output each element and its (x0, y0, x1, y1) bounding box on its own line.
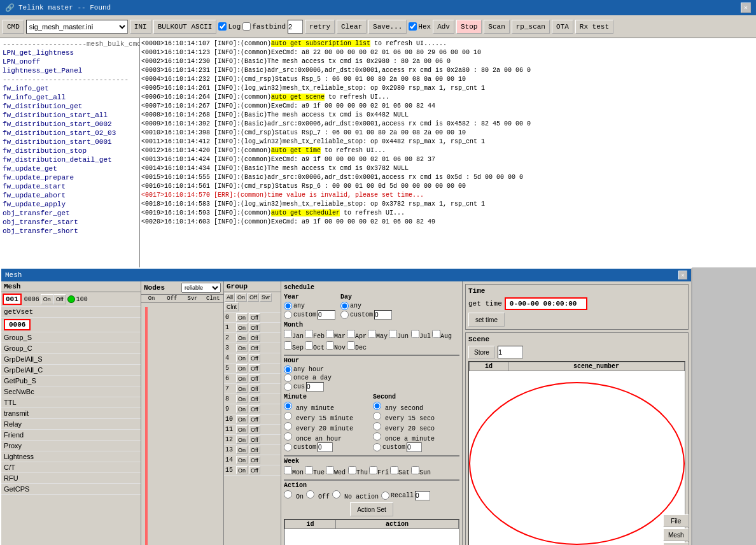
cmd-item-fw-prepare[interactable]: fw_update_prepare (1, 173, 138, 182)
prov-button[interactable]: prov (663, 542, 689, 545)
week-tue[interactable]: Tue (305, 466, 325, 476)
sec-custom-label[interactable]: custom (373, 442, 459, 452)
group-row-14-off[interactable]: Off (249, 456, 260, 464)
cmd-relay[interactable]: Relay (1, 419, 141, 430)
cmd-ct[interactable]: C/T (1, 462, 141, 473)
node-on-button[interactable]: On (41, 294, 53, 304)
group-row-12-off[interactable]: Off (249, 435, 260, 444)
scene-store-button[interactable]: Store (468, 346, 495, 358)
month-dec[interactable]: Dec (347, 341, 367, 351)
group-all-btn[interactable]: All (225, 293, 235, 302)
min-custom-label[interactable]: custom (284, 442, 370, 452)
cmd-proxy[interactable]: Proxy (1, 441, 141, 451)
month-jul[interactable]: Jul (411, 330, 431, 340)
cmd-item-fw-start[interactable]: fw_update_start (1, 182, 138, 191)
fastbind-checkbox-label[interactable]: fastbind (242, 22, 286, 31)
group-row-8-off[interactable]: Off (249, 395, 260, 403)
month-oct[interactable]: Oct (305, 341, 325, 351)
hour-once-radio[interactable] (284, 374, 292, 382)
cmd-friend[interactable]: Friend (1, 430, 141, 441)
week-mon[interactable]: Mon (284, 466, 304, 476)
ini-file-select[interactable]: sig_mesh_master.ini (26, 20, 128, 34)
group-off-btn[interactable]: Off (248, 293, 259, 302)
group-row-7-off[interactable]: Off (249, 385, 260, 393)
hour-cus-label[interactable]: cus (284, 382, 459, 392)
group-row-11-off[interactable]: Off (249, 425, 260, 434)
group-row-9-off[interactable]: Off (249, 405, 260, 413)
hour-once-label[interactable]: once a day (284, 374, 459, 382)
month-sep[interactable]: Sep (284, 341, 304, 351)
week-sat[interactable]: Sat (390, 466, 410, 476)
cmd-grpdelall-c[interactable]: GrpDelAll_C (1, 365, 141, 376)
sec-once-label[interactable]: once a minute (373, 432, 459, 442)
action-no-label[interactable]: No action (332, 490, 379, 500)
cmd-item-lightness-panel[interactable]: lightness_get_Panel (1, 66, 138, 75)
ini-button[interactable]: INI (130, 20, 151, 34)
hour-cus-radio[interactable] (284, 383, 292, 391)
getset-value[interactable]: 0006 (4, 319, 31, 330)
cmd-item-fw-dist-0001[interactable]: fw_distribution_start_0001 (1, 138, 138, 146)
group-row-0-on[interactable]: On (236, 313, 248, 322)
action-recall-label[interactable]: Recall (381, 491, 430, 500)
cmd-item-obj-short[interactable]: obj_transfer_short (1, 227, 138, 236)
cmd-group-c[interactable]: Group_C (1, 343, 141, 354)
cmd-item-fw-dist-detail[interactable]: fw_distribution_detail_get (1, 155, 138, 164)
group-row-3-on[interactable]: On (236, 344, 248, 352)
day-any-label[interactable]: any (340, 302, 392, 310)
ota-button[interactable]: OTA (552, 20, 573, 34)
cmd-button[interactable]: CMD (3, 20, 24, 34)
group-row-15-on[interactable]: On (236, 466, 248, 474)
cmd-item-lpn-onoff[interactable]: LPN_onoff (1, 57, 138, 66)
group-row-2-off[interactable]: Off (249, 334, 260, 342)
hex-checkbox-label[interactable]: Hex (409, 22, 431, 31)
node-off-button[interactable]: Off (53, 294, 66, 304)
group-row-1-off[interactable]: Off (249, 323, 260, 332)
group-row-6-off[interactable]: Off (249, 374, 260, 383)
hour-any-label[interactable]: any hour (284, 365, 459, 374)
retry-button[interactable]: retry (305, 20, 335, 34)
month-nov[interactable]: Nov (326, 341, 346, 351)
group-row-6-on[interactable]: On (236, 374, 248, 383)
week-fri[interactable]: Fri (369, 466, 389, 476)
group-row-4-off[interactable]: Off (249, 354, 260, 362)
file-button[interactable]: File (663, 514, 689, 527)
cmd-secnwbc[interactable]: SecNwBc (1, 386, 141, 397)
hour-any-radio[interactable] (284, 365, 292, 374)
rx-test-button[interactable]: Rx test (575, 20, 613, 34)
group-row-12-on[interactable]: On (236, 435, 248, 444)
cmd-item-fw-info-all[interactable]: fw_info_get_all (1, 93, 138, 102)
app-close-button[interactable]: ✕ (741, 3, 751, 13)
fastbind-checkbox[interactable] (242, 22, 251, 31)
scan-button[interactable]: Scan (484, 20, 509, 34)
group-row-9-on[interactable]: On (236, 405, 248, 413)
count-input[interactable] (288, 20, 303, 34)
cmd-group-s[interactable]: Group_S (1, 332, 141, 343)
cmd-item-fw-update[interactable]: fw_update_get (1, 164, 138, 173)
reliable-select[interactable]: reliable unreliable (181, 283, 221, 293)
cmd-item-fw-dist-0002[interactable]: fw_distribution_start_0002 (1, 120, 138, 129)
year-custom-radio[interactable] (284, 311, 292, 319)
cmd-item-fw-dist[interactable]: fw_distribution_get (1, 102, 138, 111)
month-jun[interactable]: Jun (389, 330, 409, 340)
action-off-label[interactable]: Off (306, 490, 330, 500)
sec-any-label[interactable]: any second (373, 402, 459, 412)
year-any-label[interactable]: any (284, 302, 335, 310)
year-custom-label[interactable]: custom (284, 310, 335, 320)
group-row-15-off[interactable]: Off (249, 466, 260, 474)
scene-store-input[interactable] (498, 346, 523, 358)
week-sun[interactable]: Sun (411, 466, 431, 476)
stop-button[interactable]: Stop (456, 20, 482, 34)
cmd-item-lpn-lightness[interactable]: LPN_get_lightness (1, 48, 138, 57)
adv-button[interactable]: Adv (433, 20, 454, 34)
group-row-13-off[interactable]: Off (249, 446, 260, 454)
week-thu[interactable]: Thu (348, 466, 368, 476)
cmd-getcps[interactable]: GetCPS (1, 484, 141, 495)
sec-15-label[interactable]: every 15 seco (373, 412, 459, 422)
group-row-5-off[interactable]: Off (249, 364, 260, 372)
group-row-14-on[interactable]: On (236, 456, 248, 464)
cmd-item-fw-info[interactable]: fw_info_get (1, 84, 138, 93)
cmd-rfu[interactable]: RFU (1, 473, 141, 484)
cmd-item-fw-apply[interactable]: fw_update_apply (1, 200, 138, 209)
cmd-item-fw-abort[interactable]: fw_update_abort (1, 191, 138, 200)
mesh-button[interactable]: Mesh (663, 528, 689, 541)
